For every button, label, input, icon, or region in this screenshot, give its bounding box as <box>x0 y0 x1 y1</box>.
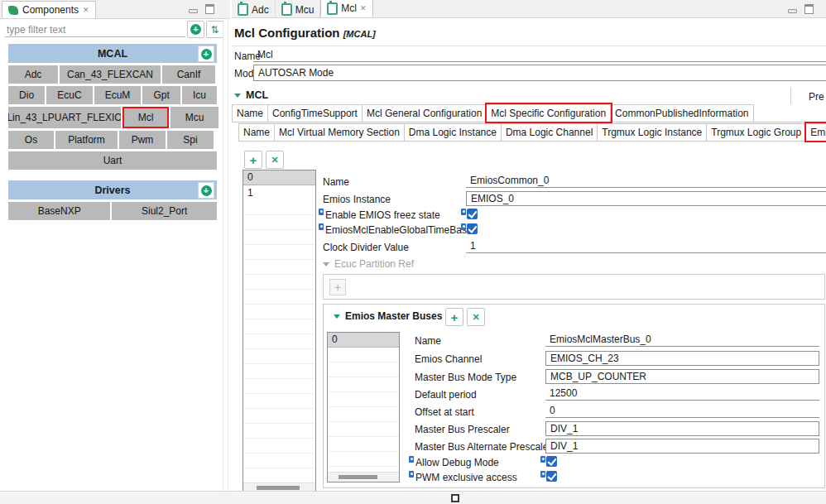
minimize-icon[interactable] <box>189 9 198 13</box>
scrollbar-thumb[interactable] <box>257 486 300 490</box>
master-bus-list[interactable]: 0 <box>327 332 400 482</box>
sort-button[interactable]: ⇅ <box>206 21 223 38</box>
tab-mcl-virtual-memory-section[interactable]: Mcl Virtual Memory Section <box>275 123 405 141</box>
freez-state-label: Enable EMIOS freez state <box>325 209 440 221</box>
drivers-button-row: BaseNXP Siul2_Port <box>8 202 217 220</box>
emios-name-field[interactable]: EmiosCommon_0 <box>466 174 826 188</box>
list-add-button[interactable]: + <box>244 151 262 169</box>
emios-common-list[interactable]: 0 1 <box>243 170 316 493</box>
module-icon <box>327 2 338 15</box>
tab-name-2[interactable]: Name <box>238 123 275 141</box>
mcal-button-row-2: Dio EcuC EcuM Gpt Icu <box>8 86 217 104</box>
components-view-window-buttons <box>189 4 214 14</box>
mode-select[interactable]: AUTOSAR Mode <box>253 65 826 81</box>
component-button-mcu[interactable]: Mcu <box>170 107 219 128</box>
minimize-icon[interactable] <box>788 9 797 13</box>
close-icon[interactable]: ✕ <box>360 5 367 12</box>
section-header-mcal[interactable]: MCAL + <box>8 44 217 63</box>
maximize-icon[interactable] <box>804 4 814 14</box>
add-component-button[interactable]: + <box>187 21 204 38</box>
component-button-dio[interactable]: Dio <box>8 86 45 104</box>
tab-trgmux-logic-group[interactable]: Trgmux Logic Group <box>707 123 806 141</box>
collapse-chevron-icon[interactable] <box>323 262 329 266</box>
editor-tab-mcl[interactable]: Mcl ✕ <box>320 0 372 17</box>
page-title-tag: [MCAL] <box>343 29 376 39</box>
horizontal-scrollbar[interactable] <box>328 472 399 482</box>
component-button-icu[interactable]: Icu <box>182 86 217 104</box>
component-button-can-43-flexcan[interactable]: Can_43_FLEXCAN <box>60 65 161 84</box>
component-button-os[interactable]: Os <box>8 131 54 149</box>
list-item-0-selected[interactable]: 0 <box>328 333 399 348</box>
component-button-pwm[interactable]: Pwm <box>119 131 166 149</box>
allow-debug-mode-checkbox[interactable] <box>546 456 557 467</box>
section-header-drivers[interactable]: Drivers + <box>8 180 217 199</box>
editor-window-buttons <box>788 4 814 14</box>
emios-channel-select[interactable]: EMIOS_CH_23 <box>545 351 819 366</box>
component-button-ecum[interactable]: EcuM <box>94 86 142 104</box>
component-button-uart[interactable]: Uart <box>8 151 217 170</box>
tab-emioscommon-highlighted[interactable]: EmiosCommon <box>806 123 826 141</box>
component-button-mcl-highlighted[interactable]: Mcl <box>122 107 169 128</box>
component-button-gpt[interactable]: Gpt <box>142 86 180 104</box>
components-tab-label: Components <box>22 4 79 16</box>
globaltimebase-checkbox[interactable] <box>467 223 478 234</box>
component-button-platform[interactable]: Platform <box>55 131 118 149</box>
maximize-icon[interactable] <box>205 4 214 14</box>
master-bus-prescaler-select[interactable]: DIV_1 <box>545 421 819 436</box>
default-indicator-icon <box>409 456 414 463</box>
sort-icon: ⇅ <box>210 24 219 36</box>
tab-dma-logic-instance[interactable]: Dma Logic Instance <box>405 123 502 141</box>
plus-icon: + <box>190 24 201 35</box>
panel-splitter[interactable] <box>223 18 223 491</box>
component-button-siul2-port[interactable]: Siul2_Port <box>112 202 217 220</box>
editor-tab-mcu[interactable]: Mcu <box>276 2 321 17</box>
panel-splitter-line <box>228 18 228 491</box>
list-delete-button[interactable]: ✕ <box>266 151 284 169</box>
editor-tab-adc[interactable]: Adc <box>232 2 276 17</box>
tab-dma-logic-channel[interactable]: Dma Logic Channel <box>502 123 598 141</box>
tab-components[interactable]: Components ✕ <box>2 1 96 18</box>
collapse-chevron-icon[interactable] <box>334 314 340 319</box>
drivers-add-button[interactable]: + <box>198 182 214 199</box>
emios-instance-select[interactable]: EMIOS_0 <box>466 191 826 206</box>
splitter-handle[interactable] <box>451 494 459 502</box>
scrollbar-thumb[interactable] <box>339 475 377 479</box>
clock-divider-field[interactable]: 1 <box>466 239 826 253</box>
editor-tab-mcl-label: Mcl <box>341 2 357 14</box>
master-bus-alt-prescaler-select[interactable]: DIV_1 <box>545 439 819 454</box>
preview-clipped-label[interactable]: Pre <box>809 91 824 103</box>
collapse-chevron-icon[interactable] <box>234 94 241 98</box>
tab-commonpublishedinformation[interactable]: CommonPublishedInformation <box>611 104 753 122</box>
pwm-exclusive-access-checkbox[interactable] <box>546 471 557 482</box>
component-button-spi[interactable]: Spi <box>167 131 214 149</box>
default-period-field[interactable]: 12500 <box>545 386 819 401</box>
master-bus-mode-type-select[interactable]: MCB_UP_COUNTER <box>545 369 819 384</box>
master-bus-add-button[interactable]: + <box>445 308 463 326</box>
list-item-1[interactable]: 1 <box>243 185 315 200</box>
tab-trgmux-logic-instance[interactable]: Trgmux Logic Instance <box>598 123 707 141</box>
close-icon[interactable]: ✕ <box>83 7 89 14</box>
component-button-canif[interactable]: CanIf <box>162 65 215 84</box>
bus-name-field[interactable]: EmiosMclMasterBus_0 <box>545 333 819 347</box>
plus-icon: + <box>451 310 459 324</box>
tab-name[interactable]: Name <box>232 104 268 122</box>
default-indicator-icon <box>540 456 545 463</box>
tab-mcl-general-configuration[interactable]: Mcl General Configuration <box>363 104 487 122</box>
filter-input[interactable] <box>5 22 185 37</box>
master-bus-delete-button[interactable]: ✕ <box>467 308 485 326</box>
mcal-add-button[interactable]: + <box>198 46 214 62</box>
offset-at-start-field[interactable]: 0 <box>545 404 819 418</box>
name-field[interactable]: Mcl <box>253 48 826 62</box>
list-item-0-selected[interactable]: 0 <box>243 170 315 185</box>
freez-state-checkbox[interactable] <box>467 209 478 219</box>
partition-add-button[interactable]: + <box>329 279 346 295</box>
component-button-adc[interactable]: Adc <box>8 65 58 84</box>
editor-tab-adc-label: Adc <box>252 4 269 16</box>
tab-mcl-specific-configuration-highlighted[interactable]: Mcl Specific Configuration <box>487 104 611 122</box>
component-button-lin-43-lpuart-flexio[interactable]: Lin_43_LPUART_FLEXIO <box>8 107 121 128</box>
plus-icon: + <box>201 185 212 196</box>
tab-configtimesupport[interactable]: ConfigTimeSupport <box>268 104 363 122</box>
component-button-basenxp[interactable]: BaseNXP <box>8 202 110 220</box>
component-button-ecuc[interactable]: EcuC <box>46 86 92 104</box>
mcl-section-label: MCL <box>246 89 268 101</box>
